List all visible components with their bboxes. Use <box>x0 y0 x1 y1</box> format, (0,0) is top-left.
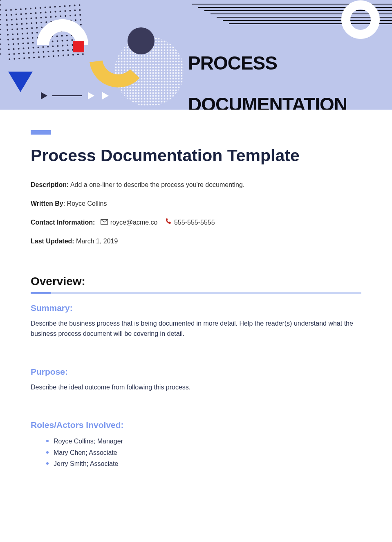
purpose-text: Describe the ideal outcome from followin… <box>31 382 361 393</box>
svg-point-38 <box>16 13 17 15</box>
svg-point-55 <box>20 18 22 20</box>
svg-point-13 <box>0 24 1 25</box>
svg-point-61 <box>50 16 52 18</box>
svg-point-134 <box>18 43 19 45</box>
contact-label: Contact Information: <box>31 219 95 226</box>
svg-point-188 <box>48 56 49 57</box>
svg-point-83 <box>80 19 81 20</box>
list-item: Royce Collins; Manager <box>54 436 361 447</box>
svg-point-28 <box>45 7 46 8</box>
svg-point-173 <box>52 50 54 52</box>
svg-point-152 <box>27 47 29 49</box>
svg-point-14 <box>0 29 1 30</box>
svg-point-88 <box>26 27 28 29</box>
meta-description: Description: Add a one-liner to describe… <box>31 180 361 190</box>
svg-point-58 <box>35 17 37 19</box>
svg-point-39 <box>20 13 22 15</box>
svg-point-18 <box>0 48 1 50</box>
svg-point-189 <box>53 55 54 57</box>
svg-point-170 <box>38 52 39 53</box>
svg-point-59 <box>40 17 42 18</box>
meta-written-by: Written By: Royce Collins <box>31 199 361 209</box>
banner: PROCESS DOCUMENTATION <box>0 0 392 110</box>
svg-point-89 <box>31 27 33 29</box>
svg-point-12 <box>0 19 1 20</box>
svg-point-99 <box>80 24 82 25</box>
description-text: Add a one-liner to describe the process … <box>69 181 244 188</box>
svg-point-133 <box>13 43 14 45</box>
svg-point-121 <box>32 37 34 39</box>
svg-point-31 <box>59 6 61 7</box>
svg-point-33 <box>69 5 70 7</box>
svg-point-50 <box>74 9 76 11</box>
svg-point-52 <box>6 19 8 21</box>
svg-point-45 <box>49 11 51 13</box>
svg-point-35 <box>78 4 80 6</box>
svg-point-156 <box>47 46 49 47</box>
svg-point-73 <box>31 22 32 24</box>
svg-point-51 <box>79 9 81 11</box>
svg-point-143 <box>61 40 63 41</box>
list-item: Mary Chen; Associate <box>54 447 361 458</box>
svg-point-62 <box>55 16 56 17</box>
svg-point-64 <box>65 15 66 17</box>
svg-point-195 <box>82 53 84 55</box>
svg-point-181 <box>13 58 15 60</box>
overview-section: Overview: Summary: Describe the business… <box>31 275 361 469</box>
svg-point-8 <box>0 0 1 1</box>
svg-point-180 <box>9 58 10 60</box>
svg-point-192 <box>67 54 69 56</box>
phone-icon <box>165 218 172 227</box>
svg-point-127 <box>61 35 63 36</box>
svg-point-57 <box>30 18 32 19</box>
phone-text: 555-555-5555 <box>174 218 215 227</box>
svg-point-84 <box>7 29 8 31</box>
svg-point-159 <box>62 45 63 46</box>
svg-point-15 <box>0 34 1 35</box>
svg-point-185 <box>33 56 35 58</box>
svg-point-10 <box>0 9 1 11</box>
svg-point-48 <box>64 10 66 12</box>
svg-point-186 <box>38 56 40 58</box>
svg-rect-198 <box>73 41 84 52</box>
svg-point-141 <box>52 40 53 42</box>
svg-point-65 <box>69 15 71 16</box>
summary-text: Describe the business process that is be… <box>31 319 361 339</box>
svg-point-16 <box>0 38 1 40</box>
svg-point-91 <box>41 27 43 28</box>
svg-point-155 <box>42 46 44 48</box>
svg-point-172 <box>47 51 49 52</box>
svg-point-168 <box>28 52 29 54</box>
svg-point-76 <box>45 21 47 23</box>
meta-last-updated: Last Updated: March 1, 2019 <box>31 236 361 246</box>
svg-point-47 <box>59 11 61 12</box>
svg-point-149 <box>13 48 15 50</box>
svg-point-137 <box>32 42 34 43</box>
svg-point-71 <box>21 23 22 25</box>
svg-marker-203 <box>102 92 109 99</box>
svg-marker-202 <box>88 92 94 99</box>
section-divider <box>31 292 361 294</box>
svg-point-142 <box>56 40 58 42</box>
svg-point-103 <box>22 33 23 34</box>
svg-point-67 <box>79 14 81 16</box>
svg-point-66 <box>74 14 76 16</box>
svg-point-174 <box>57 50 59 52</box>
svg-point-171 <box>43 51 44 53</box>
svg-point-21 <box>10 9 12 11</box>
svg-point-154 <box>37 47 39 48</box>
svg-point-90 <box>36 27 38 29</box>
svg-point-194 <box>77 54 79 55</box>
purpose-heading: Purpose: <box>31 367 361 377</box>
svg-point-100 <box>7 34 9 36</box>
svg-point-23 <box>20 8 22 10</box>
svg-point-17 <box>0 43 1 45</box>
svg-point-26 <box>35 7 36 9</box>
svg-point-30 <box>54 6 56 7</box>
list-item: Jerry Smith; Associate <box>54 458 361 469</box>
banner-line1: PROCESS <box>188 52 277 74</box>
svg-point-119 <box>22 38 24 39</box>
svg-point-11 <box>0 14 1 16</box>
svg-point-120 <box>27 37 29 39</box>
svg-point-165 <box>13 53 15 55</box>
